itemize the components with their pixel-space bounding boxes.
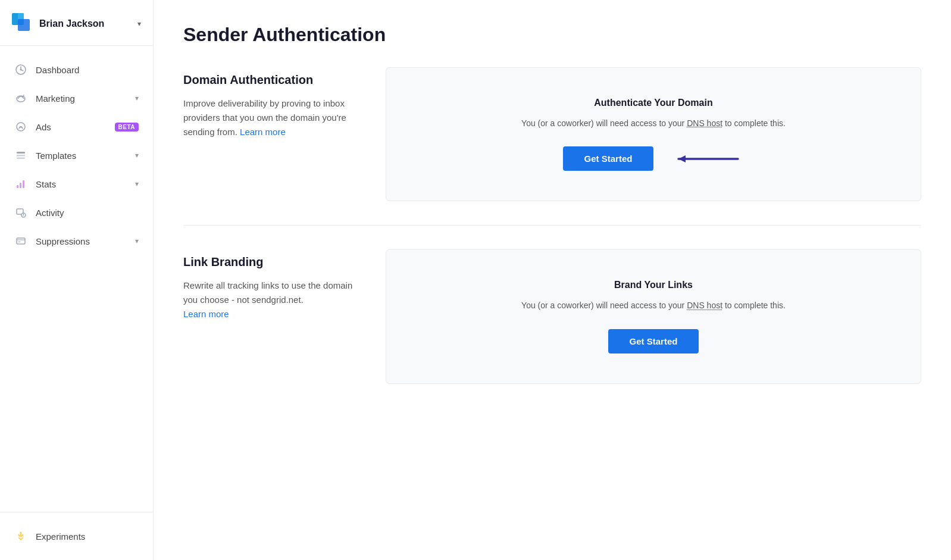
- chevron-down-icon: ▾: [135, 151, 139, 159]
- link-branding-desc: Rewrite all tracking links to use the do…: [183, 279, 362, 321]
- purple-arrow: [672, 152, 744, 166]
- link-branding-card-title: Brand Your Links: [614, 280, 693, 290]
- section-divider: [183, 225, 921, 226]
- sidebar-item-activity-label: Activity: [36, 208, 139, 218]
- suppressions-icon: [14, 234, 27, 248]
- svg-rect-10: [17, 185, 18, 188]
- svg-rect-15: [17, 238, 25, 244]
- sidebar-item-stats[interactable]: Stats ▾: [0, 170, 153, 198]
- marketing-icon: [14, 92, 27, 105]
- link-branding-title: Link Branding: [183, 255, 362, 269]
- brand-logo: [12, 13, 33, 35]
- domain-auth-card-title: Authenticate Your Domain: [594, 98, 712, 108]
- sidebar-item-dashboard-label: Dashboard: [36, 65, 139, 75]
- chevron-down-icon: ▾: [135, 237, 139, 245]
- sidebar-footer: Experiments: [0, 512, 153, 560]
- sidebar-user-header[interactable]: Brian Jackson ▾: [0, 0, 153, 46]
- stats-icon: [14, 177, 27, 190]
- section-left-domain-auth: Domain Authentication Improve deliverabi…: [183, 67, 386, 201]
- section-left-link-branding: Link Branding Rewrite all tracking links…: [183, 249, 386, 383]
- domain-auth-card: Authenticate Your Domain You (or a cowor…: [386, 67, 921, 201]
- chevron-down-icon: ▾: [137, 20, 141, 28]
- link-branding-desc-text: Rewrite all tracking links to use the do…: [183, 280, 352, 305]
- svg-rect-2: [18, 13, 24, 19]
- link-branding-learn-more-link[interactable]: Learn more: [183, 309, 229, 319]
- dashboard-icon: [14, 63, 27, 76]
- sidebar-item-marketing[interactable]: Marketing ▾: [0, 84, 153, 112]
- svg-rect-8: [17, 155, 25, 157]
- sidebar-item-stats-label: Stats: [36, 179, 127, 189]
- dns-host-text: DNS host: [687, 118, 722, 128]
- chevron-down-icon: ▾: [135, 94, 139, 102]
- domain-auth-desc: Improve deliverability by proving to inb…: [183, 96, 362, 139]
- sidebar-item-ads-label: Ads: [36, 122, 107, 132]
- svg-point-4: [20, 69, 22, 71]
- svg-point-18: [20, 532, 22, 534]
- page-title: Sender Authentication: [183, 24, 921, 46]
- sidebar-item-experiments-label: Experiments: [36, 531, 139, 542]
- sidebar-item-suppressions[interactable]: Suppressions ▾: [0, 227, 153, 255]
- sidebar-item-marketing-label: Marketing: [36, 93, 127, 104]
- main-content: Sender Authentication Domain Authenticat…: [154, 0, 951, 560]
- sidebar-item-experiments[interactable]: Experiments: [0, 522, 153, 550]
- svg-marker-20: [678, 155, 686, 162]
- beta-badge: BETA: [115, 123, 139, 132]
- templates-icon: [14, 149, 27, 162]
- svg-rect-12: [23, 180, 24, 188]
- dns-host-text-2: DNS host: [687, 301, 722, 310]
- sidebar: Brian Jackson ▾ Dashboard: [0, 0, 154, 560]
- svg-rect-7: [17, 152, 25, 154]
- get-started-row: Get Started: [563, 146, 744, 171]
- chevron-down-icon: ▾: [135, 180, 139, 188]
- sidebar-item-suppressions-label: Suppressions: [36, 236, 127, 246]
- sidebar-item-ads[interactable]: Ads BETA: [0, 112, 153, 141]
- domain-auth-learn-more-link[interactable]: Learn more: [240, 127, 286, 137]
- ads-icon: [14, 120, 27, 133]
- svg-rect-11: [20, 183, 21, 188]
- sidebar-item-templates[interactable]: Templates ▾: [0, 141, 153, 170]
- svg-rect-1: [18, 19, 30, 31]
- sidebar-user-name: Brian Jackson: [39, 18, 132, 29]
- link-branding-section: Link Branding Rewrite all tracking links…: [183, 249, 921, 383]
- domain-auth-section: Domain Authentication Improve deliverabi…: [183, 67, 921, 201]
- sidebar-nav: Dashboard Marketing ▾: [0, 46, 153, 512]
- activity-icon: [14, 206, 27, 219]
- experiments-icon: [14, 530, 27, 543]
- link-branding-card: Brand Your Links You (or a coworker) wil…: [386, 249, 921, 383]
- domain-auth-card-desc: You (or a coworker) will need access to …: [521, 117, 786, 130]
- sidebar-item-dashboard[interactable]: Dashboard: [0, 55, 153, 84]
- link-branding-get-started-button[interactable]: Get Started: [608, 329, 699, 353]
- sidebar-item-activity[interactable]: Activity: [0, 198, 153, 227]
- link-branding-card-desc: You (or a coworker) will need access to …: [521, 299, 786, 312]
- domain-auth-get-started-button[interactable]: Get Started: [563, 146, 654, 171]
- sidebar-item-templates-label: Templates: [36, 151, 127, 161]
- svg-rect-9: [17, 158, 25, 159]
- domain-auth-title: Domain Authentication: [183, 73, 362, 87]
